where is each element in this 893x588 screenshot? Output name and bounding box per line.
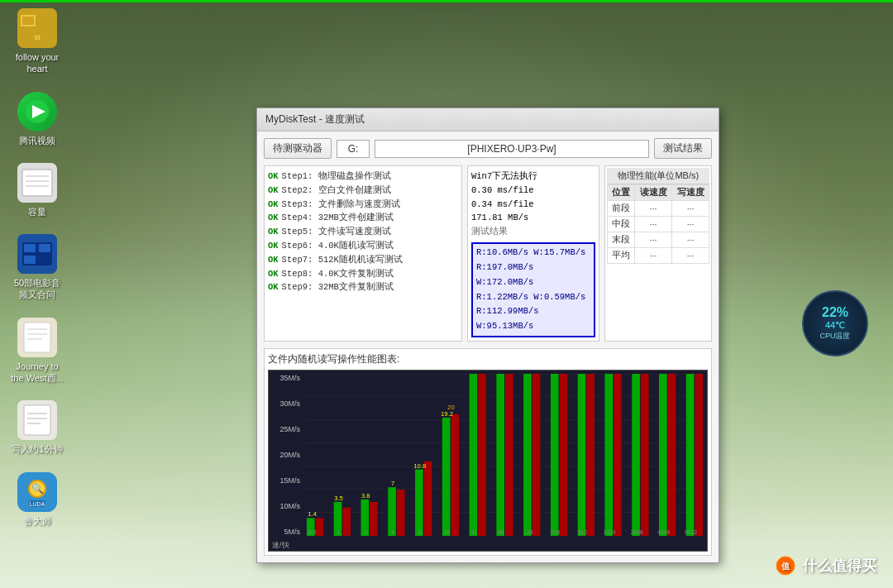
measure-line3: 0.34 ms/file xyxy=(471,198,595,212)
svg-rect-22 xyxy=(24,405,50,435)
fifty-films-label: 50部电影音频又合问 xyxy=(14,277,60,301)
window-titlebar: MyDiskTest - 速度测试 xyxy=(257,108,719,131)
luda-icon: 🔍 LUDA xyxy=(17,472,57,512)
window-toolbar: 待测驱动器 G: [PHIXERO·UP3·Pw] 测试结果 xyxy=(264,138,712,159)
cpu-percent-display: 22% xyxy=(822,305,848,320)
window-title: MyDiskTest - 速度测试 xyxy=(265,112,365,127)
pending-drives-btn[interactable]: 待测驱动器 xyxy=(264,138,332,159)
desktop-icon-follow-heart[interactable]: 🖼 follow yourheart xyxy=(4,8,70,75)
svg-rect-69 xyxy=(523,374,532,536)
desktop-icon-capacity[interactable]: 容量 xyxy=(4,163,70,218)
svg-rect-87 xyxy=(686,374,695,536)
svg-rect-63 xyxy=(470,374,478,536)
step5-row: OK Step5: 文件读写速度测试 xyxy=(268,225,458,239)
svg-text:🔍: 🔍 xyxy=(31,482,44,495)
svg-rect-0 xyxy=(17,8,57,48)
perf-row-front: 前段 ··· ··· xyxy=(608,201,709,217)
svg-text:256: 256 xyxy=(551,529,560,535)
svg-text:1.4: 1.4 xyxy=(308,510,317,518)
follow-heart-icon: 🖼 xyxy=(17,8,57,48)
svg-rect-82 xyxy=(641,374,649,536)
svg-rect-17 xyxy=(24,323,50,352)
svg-text:19.2: 19.2 xyxy=(441,410,453,418)
svg-rect-43 xyxy=(342,508,351,536)
window-content: 待测驱动器 G: [PHIXERO·UP3·Pw] 测试结果 OK Step1:… xyxy=(257,131,719,562)
measure-line4: 171.81 MB/s xyxy=(471,211,595,225)
perf-row-avg: 平均 ··· ··· xyxy=(608,248,709,264)
cpu-temp-label: CPU温度 xyxy=(819,331,850,342)
svg-text:20: 20 xyxy=(447,404,455,411)
svg-rect-7 xyxy=(22,170,52,196)
svg-rect-2 xyxy=(22,17,34,25)
svg-rect-84 xyxy=(659,374,667,536)
svg-rect-88 xyxy=(695,374,703,536)
svg-rect-58 xyxy=(442,418,451,536)
desktop-icon-fifty-films[interactable]: 50部电影音频又合问 xyxy=(4,234,70,301)
perf-table: 位置 读速度 写速度 前段 ··· ··· 中段 ··· ··· xyxy=(607,184,709,264)
chart-y-axis: 35M/s 30M/s 25M/s 20M/s 15M/s 10M/s 5M/s xyxy=(269,374,303,536)
perf-col-write: 写速度 xyxy=(672,185,709,201)
fifty-films-icon xyxy=(17,234,57,274)
svg-rect-54 xyxy=(415,470,423,536)
svg-rect-15 xyxy=(24,256,36,264)
svg-rect-73 xyxy=(560,374,568,536)
watermark: 值 什么值得买 xyxy=(776,556,876,576)
top-bar xyxy=(0,0,893,2)
highlight-results-box: R:10.6MB/s W:15.7MB/s R:197.0MB/s W:172.… xyxy=(471,242,595,337)
svg-rect-75 xyxy=(578,374,586,536)
svg-text:4096: 4096 xyxy=(657,529,670,535)
svg-text:64: 64 xyxy=(498,529,504,535)
highlight-r4: R:112.99MB/s W:95.13MB/s xyxy=(476,304,590,334)
svg-rect-59 xyxy=(451,414,459,536)
measure-line1: Win7下无法执行 xyxy=(471,170,595,184)
desktop-icon-tencent[interactable]: 腾讯视频 xyxy=(4,92,70,146)
highlight-r1: R:10.6MB/s W:15.7MB/s xyxy=(476,246,590,261)
svg-rect-78 xyxy=(604,374,613,536)
step1-row: OK Step1: 物理磁盘操作测试 xyxy=(268,170,458,184)
chart-title: 文件内随机读写操作性能图表: xyxy=(268,352,708,366)
svg-text:3.5: 3.5 xyxy=(334,495,343,502)
svg-rect-47 xyxy=(370,502,378,536)
perf-header-row: 位置 读速度 写速度 xyxy=(608,185,709,201)
cpu-temp-widget: 22% 44℃ CPU温度 xyxy=(802,290,868,356)
measure-line5: 测试结果 xyxy=(471,225,595,239)
tencent-icon xyxy=(17,92,57,131)
perf-title: 物理性能(单位MB/s) xyxy=(607,168,709,184)
perf-col-pos: 位置 xyxy=(608,185,635,201)
desktop-icon-write-1min[interactable]: 写入约1分钟 xyxy=(4,400,70,455)
svg-rect-14 xyxy=(39,244,50,252)
drive-selector[interactable]: G: xyxy=(337,140,370,158)
svg-text:1: 1 xyxy=(337,529,341,535)
svg-rect-85 xyxy=(668,374,676,536)
write-1min-icon xyxy=(17,400,57,440)
step9-row: OK Step9: 32MB文件复制测试 xyxy=(268,280,458,294)
test-results-btn[interactable]: 测试结果 xyxy=(654,138,712,159)
measurements-panel: Win7下无法执行 0.30 ms/file 0.34 ms/file 171.… xyxy=(467,165,599,342)
svg-rect-55 xyxy=(424,461,432,536)
svg-rect-72 xyxy=(551,374,559,536)
desktop-icon-luda[interactable]: 🔍 LUDA 鲁大师 xyxy=(4,472,70,527)
svg-text:LUDA: LUDA xyxy=(30,501,45,507)
svg-rect-81 xyxy=(632,374,640,536)
desktop-icon-journey-west[interactable]: Journey tothe West西... xyxy=(4,318,70,385)
luda-label: 鲁大师 xyxy=(24,515,51,527)
perf-row-end: 末段 ··· ··· xyxy=(608,232,709,248)
physical-perf-panel: 物理性能(单位MB/s) 位置 读速度 写速度 前段 ··· ··· 中段 ·· xyxy=(604,165,712,342)
step2-row: OK Step2: 空白文件创建测试 xyxy=(268,184,458,198)
svg-rect-79 xyxy=(614,374,622,536)
svg-rect-39 xyxy=(316,518,324,536)
tencent-label: 腾讯视频 xyxy=(19,135,55,146)
step3-row: OK Step3: 文件删除与速度测试 xyxy=(268,198,458,212)
svg-text:16: 16 xyxy=(444,529,451,535)
svg-text:32: 32 xyxy=(471,529,478,535)
svg-text:值: 值 xyxy=(781,562,790,571)
svg-text:🖼: 🖼 xyxy=(35,35,41,41)
cpu-temp-display: 44℃ xyxy=(825,320,845,331)
capacity-icon xyxy=(17,163,57,203)
step8-row: OK Step8: 4.0K文件复制测试 xyxy=(268,267,458,281)
svg-text:8: 8 xyxy=(418,529,422,535)
svg-rect-67 xyxy=(505,374,513,536)
svg-rect-13 xyxy=(24,244,36,252)
svg-text:10.8: 10.8 xyxy=(413,462,426,470)
watermark-icon: 值 xyxy=(776,556,795,576)
